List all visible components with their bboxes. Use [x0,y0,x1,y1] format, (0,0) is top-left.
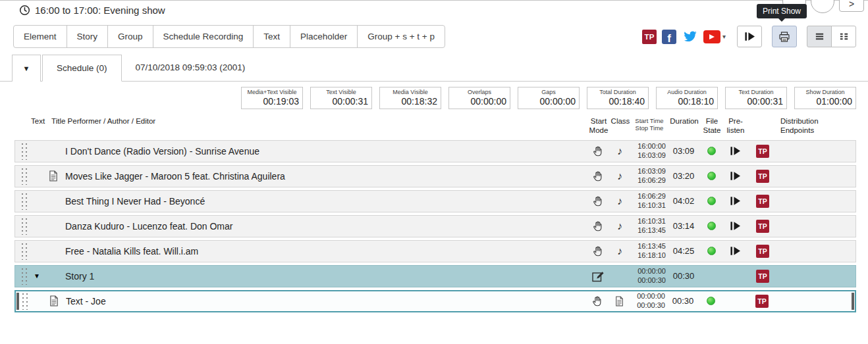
distribution-endpoints[interactable]: TP [746,295,855,308]
distribution-endpoints[interactable]: TP [747,270,855,283]
music-note-icon: ♪ [610,195,630,207]
story-button[interactable]: Story [67,25,109,48]
edit-story-icon[interactable] [586,270,610,282]
detail-view-icon [838,32,850,41]
prelisten-button[interactable] [723,146,747,156]
collapse-story-icon[interactable]: ▼ [28,272,45,280]
file-ready-dot [707,222,716,230]
prelisten-button[interactable] [723,221,747,231]
drag-handle-icon[interactable] [20,242,28,260]
drag-handle-icon[interactable] [20,217,28,235]
story-row[interactable]: ▼ Story 1 00:00:0000:00:30 00:30 TP [14,265,856,287]
schedule-row[interactable]: Danza Kuduro - Lucenzo feat. Don Omar ♪ … [14,215,856,237]
text-class-icon [609,296,629,307]
placeholder-button[interactable]: Placeholder [290,25,358,48]
schedule-list: I Don't Dance (Radio Version) - Sunrise … [14,140,856,312]
header-prelisten: Pre-listen [724,117,747,135]
tp-distribution-icon[interactable]: TP [642,30,657,44]
distribution-endpoints[interactable]: TP [747,145,855,158]
element-button[interactable]: Element [13,25,67,48]
start-mode-hand-icon[interactable] [586,170,610,182]
doc-slot [46,295,62,307]
row-title: Moves Like Jagger - Maroon 5 feat. Chris… [65,171,586,182]
tp-endpoint-icon[interactable]: TP [756,220,769,233]
text-item-row[interactable]: Text - Joe 00:00:0000:00:30 00:30 TP [14,290,856,312]
start-mode-hand-icon[interactable] [586,195,610,207]
schedule-row[interactable]: Moves Like Jagger - Maroon 5 feat. Chris… [14,165,856,187]
prelisten-button[interactable] [723,171,747,181]
row-title: Best Thing I Never Had - Beyoncé [65,196,586,207]
stat-audio-duration: Audio Duration00:18:10 [656,87,718,109]
tp-endpoint-icon[interactable]: TP [756,170,769,183]
facebook-icon[interactable]: f [662,30,676,44]
file-state-indicator [699,297,722,305]
tp-endpoint-icon[interactable]: TP [756,270,769,283]
start-stop-time: 16:06:2916:10:31 [630,192,668,209]
prelisten-button[interactable] [723,246,747,256]
distribution-endpoints[interactable]: TP [747,220,855,233]
print-show-button[interactable] [772,26,797,47]
selection-handle-left[interactable] [16,293,19,310]
show-time-title: 16:00 to 17:00: Evening show [35,5,165,16]
file-state-indicator [699,197,723,205]
chevron-right-icon: > [849,0,854,9]
caret-down-icon[interactable]: ▾ [722,33,726,40]
file-state-indicator [699,222,723,230]
detail-view-button[interactable] [831,26,856,47]
drag-handle-icon[interactable] [20,267,28,285]
distribution-endpoints[interactable]: TP [747,195,855,208]
play-bar-icon [744,32,755,41]
drag-handle-icon[interactable] [20,167,28,185]
tab-bar: ▼ Schedule (0) 07/10/2018 09:59:03 (2001… [0,54,868,82]
start-stop-time: 00:00:0000:00:30 [630,267,668,284]
insert-button-group: Element Story Group Schedule Recording T… [13,25,445,48]
tp-endpoint-icon[interactable]: TP [756,245,769,258]
prelisten-button[interactable] [723,196,747,206]
music-note-icon: ♪ [610,245,630,257]
next-hour-button[interactable]: > [839,0,864,12]
row-title: Free - Natalia Kills feat. Will.i.am [65,246,586,257]
stat-total-duration: Total Duration00:18:40 [587,87,649,109]
header-class: Class [610,117,630,126]
start-stop-time: 16:10:3116:13:45 [630,217,668,234]
topbar-circle-button-2[interactable] [811,0,834,13]
distribution-endpoints[interactable]: TP [747,170,855,183]
group-button[interactable]: Group [107,25,153,48]
tab-show-date[interactable]: 07/10/2018 09:59:03 (2001) [122,54,259,81]
grid-header-left: Text Title Performer / Author / Editor [14,117,587,125]
drag-handle-icon[interactable] [20,142,28,160]
file-ready-dot [707,147,716,155]
drag-handle-icon[interactable] [21,292,29,310]
twitter-icon[interactable] [682,30,698,43]
duration: 00:30 [668,271,699,281]
list-view-button[interactable] [807,26,832,47]
text-button[interactable]: Text [253,25,290,48]
story-title: Story 1 [65,271,586,282]
print-show-tooltip: Print Show [757,4,807,18]
start-mode-hand-icon[interactable] [586,145,610,157]
prelisten-play-icon [730,196,741,206]
schedule-recording-button[interactable]: Schedule Recording [153,25,254,48]
start-mode-hand-icon[interactable] [586,245,610,257]
start-mode-hand-icon[interactable] [585,295,609,307]
tp-endpoint-icon[interactable]: TP [756,195,769,208]
tab-dropdown-button[interactable]: ▼ [12,55,41,82]
export-play-button[interactable] [737,26,762,47]
schedule-row[interactable]: Best Thing I Never Had - Beyoncé ♪ 16:06… [14,190,856,212]
start-stop-time: 00:00:0000:00:30 [629,292,667,309]
drag-handle-icon[interactable] [20,192,28,210]
tp-endpoint-icon[interactable]: TP [755,295,769,308]
start-stop-time: 16:00:0016:03:09 [630,142,668,159]
schedule-row[interactable]: Free - Natalia Kills feat. Will.i.am ♪ 1… [14,240,856,262]
header-start-stop-time: Start TimeStop Time [630,117,668,132]
group-stp-button[interactable]: Group + s + t + p [357,25,445,48]
distribution-endpoints[interactable]: TP [747,245,855,258]
schedule-row[interactable]: I Don't Dance (Radio Version) - Sunrise … [14,140,856,162]
tp-endpoint-icon[interactable]: TP [756,145,769,158]
music-note-icon: ♪ [610,220,630,232]
clock-icon [19,5,30,16]
selection-handle-right[interactable] [852,293,854,310]
start-mode-hand-icon[interactable] [586,220,610,232]
tab-schedule[interactable]: Schedule (0) [42,55,122,82]
youtube-icon[interactable] [703,30,720,43]
